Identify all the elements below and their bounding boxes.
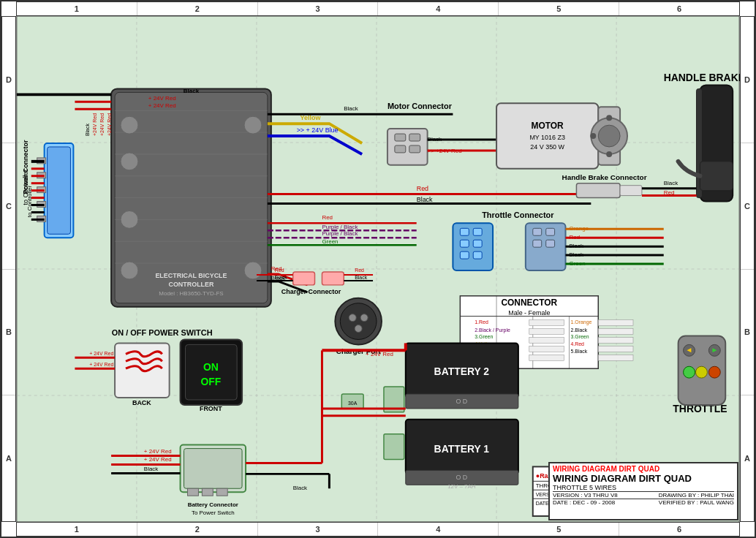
- svg-rect-100: [533, 240, 542, 247]
- svg-point-21: [121, 211, 138, 228]
- grid-left-A: A: [2, 395, 15, 521]
- svg-text:Purple / Black: Purple / Black: [322, 224, 358, 230]
- verified-by: VERIFIED BY : PAUL WANG: [659, 499, 734, 506]
- svg-text:3.Green: 3.Green: [570, 334, 589, 339]
- svg-text:1.Orange: 1.Orange: [570, 319, 591, 325]
- svg-point-117: [695, 366, 707, 378]
- svg-rect-94: [473, 240, 482, 247]
- svg-text:2.Black / Purple: 2.Black / Purple: [475, 327, 510, 333]
- grid-left: D C B A: [1, 16, 16, 522]
- svg-point-74: [590, 133, 596, 139]
- svg-text:O D: O D: [456, 474, 467, 481]
- svg-text:to Controller: to Controller: [22, 170, 29, 205]
- svg-point-175: [355, 325, 362, 333]
- grid-right-B: B: [741, 270, 754, 396]
- svg-rect-137: [529, 355, 564, 360]
- svg-point-24: [244, 262, 262, 279]
- grid-right-C: C: [741, 143, 754, 270]
- svg-point-23: [244, 116, 262, 134]
- svg-text:30A: 30A: [348, 401, 358, 406]
- wiring-diagram-svg: ELECTRICAL BICYCLE CONTROLLER Model : HB…: [16, 16, 740, 522]
- svg-rect-160: [293, 272, 315, 285]
- svg-text:ELECTRICAL BICYCLE: ELECTRICAL BICYCLE: [155, 272, 227, 279]
- grid-bottom-3: 3: [258, 523, 379, 536]
- svg-text:Male  -  Female: Male - Female: [508, 309, 550, 317]
- svg-rect-96: [473, 251, 482, 259]
- grid-top-6: 6: [619, 2, 739, 15]
- svg-text:O D: O D: [456, 398, 467, 405]
- svg-rect-197: [216, 488, 227, 496]
- grid-bottom-4: 4: [378, 523, 499, 536]
- svg-rect-147: [598, 355, 633, 360]
- svg-rect-29: [48, 147, 71, 234]
- grid-left-C: C: [2, 143, 15, 270]
- svg-rect-143: [598, 320, 633, 326]
- grid-right: D C B A: [740, 16, 755, 522]
- svg-text:+ 24V Red: + 24V Red: [148, 102, 176, 109]
- svg-point-20: [121, 153, 138, 170]
- svg-text:+24V Red: +24V Red: [107, 113, 112, 136]
- svg-rect-194: [184, 449, 243, 489]
- svg-text:MOTOR: MOTOR: [532, 121, 564, 131]
- svg-text:Red: Red: [322, 214, 333, 221]
- svg-rect-161: [322, 272, 344, 285]
- svg-rect-195: [188, 488, 199, 496]
- svg-point-118: [708, 366, 720, 378]
- svg-point-116: [684, 366, 695, 378]
- svg-rect-136: [529, 346, 564, 352]
- svg-text:Red: Red: [417, 185, 428, 192]
- svg-text:CONNECTOR: CONNECTOR: [501, 298, 557, 308]
- svg-text:Black: Black: [85, 124, 90, 136]
- svg-text:Red: Red: [664, 189, 675, 196]
- svg-text:Black: Black: [144, 466, 158, 472]
- svg-rect-83: [576, 183, 620, 198]
- svg-text:Black: Black: [417, 196, 433, 203]
- svg-text:Red: Red: [355, 268, 364, 273]
- svg-point-173: [349, 314, 356, 322]
- svg-text:Motor Connector: Motor Connector: [388, 102, 453, 110]
- version-label: VERSION : V3 THRU V8: [553, 492, 618, 499]
- svg-rect-133: [529, 320, 564, 326]
- svg-text:CONTROLLER: CONTROLLER: [168, 281, 214, 288]
- svg-text:>> + 24V Blue: >> + 24V Blue: [297, 126, 339, 134]
- date-label: DATE : DEC - 09 - 2008: [553, 499, 615, 506]
- version-row: VERSION : V3 THRU V8 DRAWING BY : PHILIP…: [553, 491, 734, 499]
- svg-text:Battery Connector: Battery Connector: [188, 501, 238, 508]
- svg-text:BATTERY 1: BATTERY 1: [434, 443, 490, 455]
- svg-rect-92: [473, 228, 482, 235]
- svg-rect-135: [529, 337, 564, 343]
- svg-text:Charger Connector: Charger Connector: [281, 288, 341, 295]
- svg-text:BACK: BACK: [132, 399, 151, 406]
- grid-top-4: 4: [378, 2, 499, 15]
- date-row: DATE : DEC - 09 - 2008 VERIFIED BY : PAU…: [553, 499, 734, 506]
- svg-point-19: [121, 116, 138, 134]
- svg-text:To Power Switch: To Power Switch: [192, 509, 235, 516]
- grid-top-1: 1: [17, 2, 137, 15]
- svg-rect-63: [409, 145, 420, 153]
- svg-text:MY 1016 Z3: MY 1016 Z3: [529, 134, 565, 141]
- grid-bottom-1: 1: [17, 523, 137, 536]
- svg-text:OFF: OFF: [200, 376, 221, 387]
- svg-text:+24V Red: +24V Red: [99, 113, 105, 136]
- svg-text:Green: Green: [322, 238, 338, 245]
- svg-text:Purple / Black: Purple / Black: [322, 230, 358, 237]
- svg-text:Model : HB3650-TYD-FS: Model : HB3650-TYD-FS: [159, 290, 223, 297]
- svg-rect-61: [409, 134, 420, 141]
- svg-text:12V – 7AH: 12V – 7AH: [447, 483, 476, 490]
- svg-rect-145: [598, 337, 633, 343]
- svg-rect-99: [546, 228, 555, 235]
- svg-rect-81: [700, 162, 733, 191]
- svg-rect-146: [598, 346, 633, 352]
- svg-text:5.Black: 5.Black: [570, 349, 587, 354]
- svg-text:+24V Red: +24V Red: [92, 113, 97, 136]
- grid-bottom-5: 5: [499, 523, 619, 536]
- svg-text:+ 24V Red: + 24V Red: [89, 351, 113, 356]
- svg-rect-84: [620, 186, 642, 196]
- svg-text:+ 24V Red: + 24V Red: [144, 456, 172, 463]
- svg-point-174: [360, 314, 368, 322]
- grid-left-B: B: [2, 270, 15, 396]
- svg-text:BATTERY 2: BATTERY 2: [434, 365, 490, 377]
- svg-point-172: [340, 303, 377, 340]
- grid-top-5: 5: [499, 2, 619, 15]
- drawing-by: DRAWING BY : PHILIP THAI: [659, 492, 734, 499]
